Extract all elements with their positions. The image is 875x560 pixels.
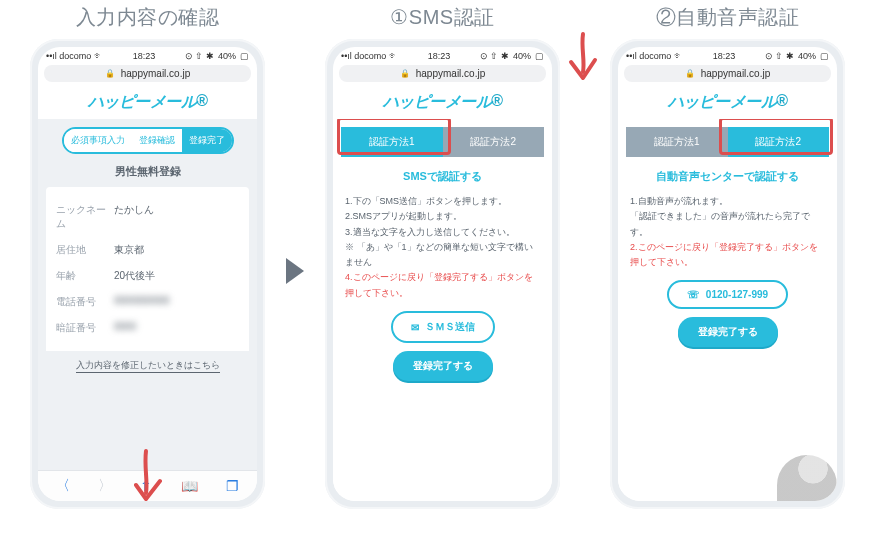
- tab-method-1[interactable]: 認証方法1: [626, 127, 728, 157]
- lock-icon: 🔒: [685, 69, 695, 78]
- complete-registration-button[interactable]: 登録完了する: [678, 317, 778, 347]
- signal-icon: ••ıl: [341, 51, 354, 61]
- app-logo[interactable]: ハッピーメール®: [618, 86, 837, 119]
- annotation-arrow-2: [559, 30, 605, 90]
- forward-icon: 〉: [98, 477, 112, 495]
- lock-icon: 🔒: [105, 69, 115, 78]
- clock: 18:23: [428, 51, 451, 61]
- tab-method-1[interactable]: 認証方法1: [341, 127, 443, 157]
- layout-row: 入力内容の確認 ••ıl docomo ᯤ 18:23 ⊙ ⇧ ✱ 40% ▢ …: [30, 0, 845, 509]
- back-icon[interactable]: 〈: [56, 477, 70, 495]
- phone-icon: ☏: [687, 289, 700, 300]
- col-sms: ①SMS認証 ••ıl docomo ᯤ 18:23 ⊙ ⇧ ✱ 40% ▢ 🔒…: [325, 0, 560, 509]
- instr-line: 2.SMSアプリが起動します。: [345, 209, 540, 224]
- call-number-button[interactable]: ☏ 0120-127-999: [667, 280, 788, 309]
- carrier-text: ••ıl docomo ᯤ: [46, 51, 103, 61]
- auth-tabs: 認証方法1 認証方法2: [341, 127, 544, 157]
- step-2: 登録確認: [132, 129, 182, 152]
- col-voice: ②自動音声認証 ••ıl docomo ᯤ 18:23 ⊙ ⇧ ✱ 40% ▢ …: [610, 0, 845, 509]
- url-host: happymail.co.jp: [416, 68, 485, 79]
- step-1: 必須事項入力: [64, 129, 132, 152]
- bookmarks-icon[interactable]: 📖: [181, 478, 198, 494]
- instructions: 1.下の「SMS送信」ボタンを押します。 2.SMSアプリが起動します。 3.適…: [341, 194, 544, 301]
- page-content-3: 認証方法1 認証方法2 自動音声センターで認証する 1.自動音声が流れます。 「…: [618, 119, 837, 501]
- field-pin: 暗証番号0000: [56, 315, 239, 341]
- address-bar[interactable]: 🔒 happymail.co.jp: [44, 65, 251, 82]
- page-content-1: 必須事項入力 登録確認 登録完了 男性無料登録 ニックネームたかしん 居住地東京…: [38, 119, 257, 470]
- instr-line: 2.このページに戻り「登録完了する」ボタンを押して下さい。: [630, 240, 825, 271]
- send-sms-button[interactable]: ✉ ＳＭＳ送信: [391, 311, 495, 343]
- share-icon[interactable]: ⇧: [140, 478, 152, 494]
- review-card: ニックネームたかしん 居住地東京都 年齢20代後半 電話番号0000000000…: [46, 187, 249, 351]
- instr-line: 3.適当な文字を入力し送信してください。: [345, 225, 540, 240]
- screen-2: ••ıl docomo ᯤ 18:23 ⊙ ⇧ ✱ 40% ▢ 🔒 happym…: [333, 47, 552, 501]
- lock-icon: 🔒: [400, 69, 410, 78]
- tab-method-2[interactable]: 認証方法2: [443, 127, 545, 157]
- page-content-2: 認証方法1 認証方法2 SMSで認証する 1.下の「SMS送信」ボタンを押します…: [333, 119, 552, 501]
- carrier-text: ••ıl docomo ᯤ: [626, 51, 683, 61]
- progress-steps: 必須事項入力 登録確認 登録完了: [62, 127, 234, 154]
- status-right: ⊙ ⇧ ✱ 40% ▢: [765, 51, 829, 61]
- address-bar[interactable]: 🔒 happymail.co.jp: [624, 65, 831, 82]
- status-bar: ••ıl docomo ᯤ 18:23 ⊙ ⇧ ✱ 40% ▢: [38, 47, 257, 63]
- section-title-1: 入力内容の確認: [76, 4, 220, 31]
- section-title-3: ②自動音声認証: [656, 4, 800, 31]
- instr-line: 「認証できました」の音声が流れたら完了です。: [630, 209, 825, 240]
- tab-method-2[interactable]: 認証方法2: [728, 127, 830, 157]
- step-3: 登録完了: [182, 129, 232, 152]
- field-age: 年齢20代後半: [56, 263, 239, 289]
- status-right: ⊙ ⇧ ✱ 40% ▢: [185, 51, 249, 61]
- phone-mock-3: ••ıl docomo ᯤ 18:23 ⊙ ⇧ ✱ 40% ▢ 🔒 happym…: [610, 39, 845, 509]
- complete-registration-button[interactable]: 登録完了する: [393, 351, 493, 381]
- status-right: ⊙ ⇧ ✱ 40% ▢: [480, 51, 544, 61]
- section-title-2: ①SMS認証: [390, 4, 494, 31]
- edit-link[interactable]: 入力内容を修正したいときはこちら: [76, 359, 220, 373]
- field-location: 居住地東京都: [56, 237, 239, 263]
- phone-mock-1: ••ıl docomo ᯤ 18:23 ⊙ ⇧ ✱ 40% ▢ 🔒 happym…: [30, 39, 265, 509]
- tabs-icon[interactable]: ❐: [226, 478, 239, 494]
- battery-icon: ▢: [535, 51, 544, 61]
- instructions: 1.自動音声が流れます。 「認証できました」の音声が流れたら完了です。 2.この…: [626, 194, 829, 270]
- screen-1: ••ıl docomo ᯤ 18:23 ⊙ ⇧ ✱ 40% ▢ 🔒 happym…: [38, 47, 257, 501]
- safari-toolbar: 〈 〉 ⇧ 📖 ❐: [38, 470, 257, 501]
- button-label: ＳＭＳ送信: [425, 320, 475, 334]
- method-heading: SMSで認証する: [403, 169, 482, 184]
- status-bar: ••ıl docomo ᯤ 18:23 ⊙ ⇧ ✱ 40% ▢: [618, 47, 837, 63]
- signal-icon: ••ıl: [626, 51, 639, 61]
- flow-arrow-icon: [280, 36, 310, 506]
- battery-icon: ▢: [240, 51, 249, 61]
- instr-line: 4.このページに戻り「登録完了する」ボタンを押して下さい。: [345, 270, 540, 301]
- status-bar: ••ıl docomo ᯤ 18:23 ⊙ ⇧ ✱ 40% ▢: [333, 47, 552, 63]
- app-logo[interactable]: ハッピーメール®: [38, 86, 257, 119]
- auth-tabs: 認証方法1 認証方法2: [626, 127, 829, 157]
- instr-line: 1.自動音声が流れます。: [630, 194, 825, 209]
- screen-3: ••ıl docomo ᯤ 18:23 ⊙ ⇧ ✱ 40% ▢ 🔒 happym…: [618, 47, 837, 501]
- button-label: 0120-127-999: [706, 289, 768, 300]
- phone-mock-2: ••ıl docomo ᯤ 18:23 ⊙ ⇧ ✱ 40% ▢ 🔒 happym…: [325, 39, 560, 509]
- app-logo[interactable]: ハッピーメール®: [333, 86, 552, 119]
- url-host: happymail.co.jp: [121, 68, 190, 79]
- battery-icon: ▢: [820, 51, 829, 61]
- button-label: 登録完了する: [413, 360, 473, 371]
- method-heading: 自動音声センターで認証する: [656, 169, 799, 184]
- signal-icon: ••ıl: [46, 51, 59, 61]
- mail-icon: ✉: [411, 322, 419, 333]
- url-host: happymail.co.jp: [701, 68, 770, 79]
- form-heading: 男性無料登録: [115, 164, 181, 179]
- instr-line: ※ 「あ」や「1」などの簡単な短い文字で構いません: [345, 240, 540, 271]
- carrier-text: ••ıl docomo ᯤ: [341, 51, 398, 61]
- instr-line: 1.下の「SMS送信」ボタンを押します。: [345, 194, 540, 209]
- field-phone: 電話番号0000000000: [56, 289, 239, 315]
- clock: 18:23: [713, 51, 736, 61]
- support-illustration: [777, 455, 837, 501]
- field-nickname: ニックネームたかしん: [56, 197, 239, 237]
- button-label: 登録完了する: [698, 326, 758, 337]
- col-confirm: 入力内容の確認 ••ıl docomo ᯤ 18:23 ⊙ ⇧ ✱ 40% ▢ …: [30, 0, 265, 509]
- address-bar[interactable]: 🔒 happymail.co.jp: [339, 65, 546, 82]
- clock: 18:23: [133, 51, 156, 61]
